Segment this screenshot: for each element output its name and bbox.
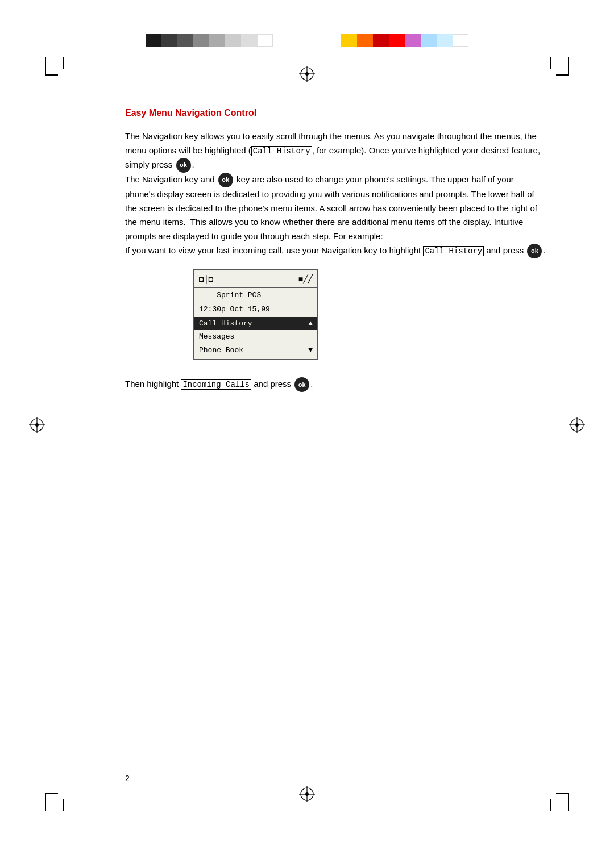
corner-mark-br xyxy=(551,794,569,811)
reg-mark-top xyxy=(298,65,316,82)
svg-point-11 xyxy=(575,423,579,427)
ok-button-inline-4: ok xyxy=(294,377,309,392)
battery-icon: ■╱╱ xyxy=(298,273,313,286)
corner-mark-tr xyxy=(551,57,569,74)
color-block xyxy=(193,34,209,47)
crosshair-icon xyxy=(299,786,315,802)
color-block xyxy=(453,34,468,47)
scroll-up-arrow: ▲ xyxy=(308,318,313,329)
color-block xyxy=(421,34,437,47)
color-block xyxy=(257,34,273,47)
paragraph-then: Then highlight Incoming Calls and press … xyxy=(125,377,546,392)
phone-screen-header: ◘│◘ ■╱╱ xyxy=(194,272,317,288)
main-content: Easy Menu Navigation Control The Navigat… xyxy=(125,108,546,392)
scroll-down-arrow: ▼ xyxy=(308,344,313,356)
corner-mark-bl xyxy=(45,794,63,811)
body-text: The Navigation key allows you to easily … xyxy=(125,130,546,392)
signal-icon: ◘│◘ xyxy=(199,273,213,286)
color-block xyxy=(389,34,405,47)
corner-mark-tl xyxy=(45,57,63,74)
color-block xyxy=(146,34,161,47)
page-number: 2 xyxy=(125,774,130,783)
code-call-history-inline-2: Call History xyxy=(423,246,484,256)
color-block xyxy=(225,34,241,47)
menu-item-call-history: Call History ▲ xyxy=(194,317,317,330)
color-block xyxy=(241,34,257,47)
ok-button-inline-3: ok xyxy=(527,244,542,258)
trim-line xyxy=(63,799,64,811)
color-block xyxy=(341,34,357,47)
ok-button-inline-2: ok xyxy=(218,173,233,187)
trim-line xyxy=(550,799,551,811)
trim-line xyxy=(556,793,569,794)
phone-screen-mockup: ◘│◘ ■╱╱ Sprint PCS 12:30p Oct 15,99 Call… xyxy=(193,269,318,360)
menu-item-phone-book: Phone Book ▼ xyxy=(194,344,317,357)
menu-item-label: Phone Book xyxy=(199,344,243,356)
color-strip-left xyxy=(146,34,273,47)
color-block xyxy=(437,34,453,47)
trim-line xyxy=(63,57,64,69)
svg-point-7 xyxy=(35,423,39,427)
trim-line xyxy=(556,74,569,76)
paragraph-1: The Navigation key allows you to easily … xyxy=(125,130,546,258)
color-block xyxy=(373,34,389,47)
phone-datetime: 12:30p Oct 15,99 xyxy=(194,302,317,316)
crosshair-icon xyxy=(299,66,315,82)
trim-line xyxy=(550,57,551,69)
reg-mark-left xyxy=(28,416,45,433)
code-incoming-calls: Incoming Calls xyxy=(181,379,251,390)
reg-mark-right xyxy=(569,416,586,433)
color-block xyxy=(209,34,225,47)
trim-line xyxy=(45,793,58,794)
trim-line xyxy=(45,74,58,76)
ok-button-inline: ok xyxy=(176,158,191,173)
menu-item-label: Call History xyxy=(199,318,252,329)
reg-mark-bottom xyxy=(298,786,316,803)
color-block xyxy=(405,34,421,47)
menu-item-label: Messages xyxy=(199,331,234,343)
phone-carrier: Sprint PCS xyxy=(194,288,317,302)
svg-point-15 xyxy=(305,792,309,796)
crosshair-icon xyxy=(569,417,585,433)
color-strip-right xyxy=(341,34,468,47)
menu-item-messages: Messages xyxy=(194,330,317,343)
code-call-history-inline: Call History xyxy=(251,146,312,156)
color-block xyxy=(161,34,177,47)
color-block xyxy=(177,34,193,47)
section-title: Easy Menu Navigation Control xyxy=(125,108,546,118)
svg-point-3 xyxy=(305,72,309,76)
crosshair-icon xyxy=(29,417,45,433)
color-bars xyxy=(0,34,614,47)
color-block xyxy=(357,34,373,47)
